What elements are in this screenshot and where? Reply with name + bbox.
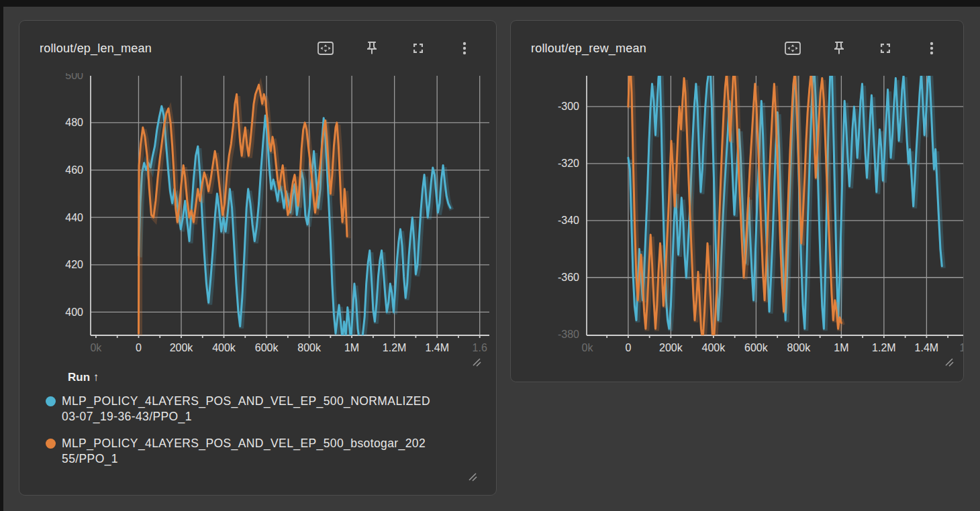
card-ep-rew-mean: rollout/ep_rew_mean xyxy=(510,20,964,382)
card-header: rollout/ep_rew_mean xyxy=(511,21,963,60)
svg-text:1.4M: 1.4M xyxy=(425,342,449,353)
svg-text:1.6: 1.6 xyxy=(960,342,963,353)
fit-data-icon xyxy=(784,40,801,56)
window-frame-top xyxy=(0,0,980,7)
chart-title: rollout/ep_len_mean xyxy=(40,42,152,56)
svg-text:420: 420 xyxy=(65,259,83,270)
svg-text:-380: -380 xyxy=(558,329,579,340)
legend-header: Run ↑ xyxy=(68,371,492,384)
run-color-dot xyxy=(46,396,56,406)
pin-icon xyxy=(364,40,380,56)
svg-text:800k: 800k xyxy=(297,342,322,353)
pin-button[interactable] xyxy=(363,40,381,57)
run-name: MLP_POLICY_4LAYERS_POS_AND_VEL_EP_500_bs… xyxy=(62,436,426,467)
svg-text:460: 460 xyxy=(65,164,83,176)
svg-text:600k: 600k xyxy=(255,342,279,353)
svg-text:-320: -320 xyxy=(558,158,579,169)
svg-text:200k: 200k xyxy=(170,342,194,353)
card-ep-len-mean: rollout/ep_len_mean xyxy=(19,20,497,496)
svg-text:-340: -340 xyxy=(558,215,579,226)
svg-text:600k: 600k xyxy=(744,342,769,353)
svg-text:0: 0 xyxy=(136,342,142,353)
fit-data-button[interactable] xyxy=(784,40,801,57)
svg-text:1.4M: 1.4M xyxy=(915,342,939,353)
svg-text:400: 400 xyxy=(65,306,83,318)
ep-rew-mean-chart[interactable]: 0k0200k400k600k800k1M1.2M1.4M1.6-300-320… xyxy=(511,73,963,370)
legend-run-row-2[interactable]: MLP_POLICY_4LAYERS_POS_AND_VEL_EP_500_bs… xyxy=(46,436,492,467)
run-name: MLP_POLICY_4LAYERS_POS_AND_VEL_EP_500_NO… xyxy=(62,394,430,424)
card-header: rollout/ep_len_mean xyxy=(19,21,496,60)
pin-icon xyxy=(831,40,847,56)
legend-run-row-1[interactable]: MLP_POLICY_4LAYERS_POS_AND_VEL_EP_500_NO… xyxy=(46,394,492,424)
svg-text:1M: 1M xyxy=(344,342,359,353)
run-color-dot xyxy=(46,439,56,449)
chart-title: rollout/ep_rew_mean xyxy=(531,42,646,56)
card-toolbar xyxy=(784,40,940,57)
chart-resize-handle[interactable] xyxy=(472,357,481,367)
card-resize-handle[interactable] xyxy=(468,472,477,481)
more-options-button[interactable] xyxy=(923,40,940,57)
fit-data-icon xyxy=(317,40,334,56)
svg-text:1.2M: 1.2M xyxy=(383,342,407,353)
more-options-icon xyxy=(924,40,940,56)
svg-text:1M: 1M xyxy=(834,342,848,353)
svg-text:400k: 400k xyxy=(702,342,726,353)
fullscreen-button[interactable] xyxy=(409,40,427,57)
svg-text:800k: 800k xyxy=(787,342,812,353)
pin-button[interactable] xyxy=(830,40,848,57)
svg-text:400k: 400k xyxy=(212,342,236,353)
svg-text:200k: 200k xyxy=(659,342,683,353)
window-frame-left xyxy=(0,0,3,511)
fullscreen-icon xyxy=(877,40,893,56)
svg-text:480: 480 xyxy=(65,117,83,128)
svg-text:500: 500 xyxy=(65,73,83,81)
more-options-icon xyxy=(456,40,473,56)
more-options-button[interactable] xyxy=(456,40,473,57)
fullscreen-button[interactable] xyxy=(877,40,894,57)
tensorboard-dashboard: { "window": { "frame_color": "#141414", … xyxy=(0,0,980,511)
fullscreen-icon xyxy=(410,40,426,56)
card-resize-handle[interactable] xyxy=(944,357,954,367)
svg-text:1.6: 1.6 xyxy=(473,342,487,353)
svg-text:-360: -360 xyxy=(558,272,579,283)
fit-data-button[interactable] xyxy=(317,40,334,57)
ep-len-mean-chart[interactable]: 0k0200k400k600k800k1M1.2M1.4M1.650048046… xyxy=(19,73,496,370)
svg-text:-300: -300 xyxy=(558,101,579,112)
svg-text:0: 0 xyxy=(625,342,631,353)
svg-text:0k: 0k xyxy=(582,342,594,353)
svg-text:0k: 0k xyxy=(90,342,102,353)
svg-text:440: 440 xyxy=(65,212,83,223)
run-legend: Run ↑ MLP_POLICY_4LAYERS_POS_AND_VEL_EP_… xyxy=(19,371,492,478)
card-toolbar xyxy=(317,40,473,57)
svg-text:1.2M: 1.2M xyxy=(872,342,896,353)
